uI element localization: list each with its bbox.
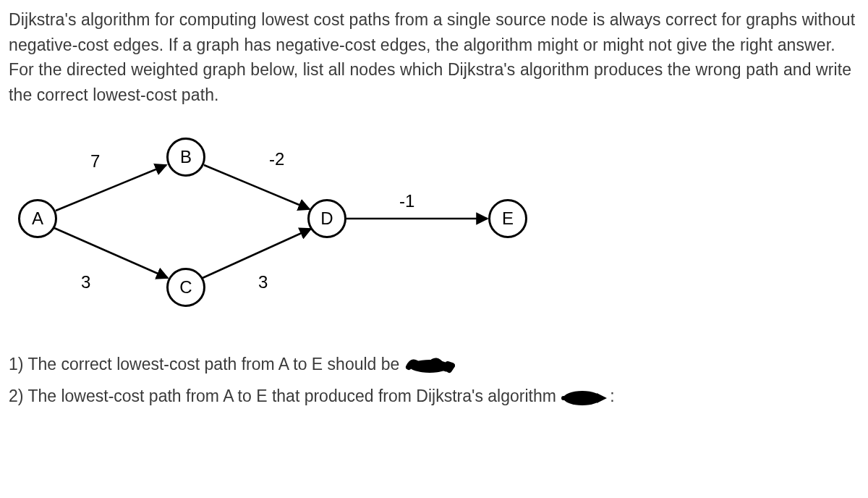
node-c: C [166, 268, 205, 307]
svg-line-0 [56, 165, 166, 211]
svg-point-6 [563, 391, 601, 405]
node-d: D [307, 199, 346, 238]
question-2-text-a: 2) The lowest-cost path from A to E that… [9, 387, 561, 405]
questions-block: 1) The correct lowest-cost path from A t… [9, 349, 859, 412]
weight-ab: 7 [90, 148, 100, 174]
question-1-line: 1) The correct lowest-cost path from A t… [9, 349, 859, 381]
svg-line-3 [203, 229, 311, 278]
svg-point-7 [561, 396, 566, 400]
node-b: B [166, 138, 205, 177]
node-e: E [488, 199, 527, 238]
svg-line-1 [54, 228, 168, 278]
svg-line-2 [204, 165, 310, 209]
node-a: A [18, 199, 57, 238]
graph-diagram: A B C D E 7 3 -2 3 -1 [9, 124, 573, 327]
question-1-text: 1) The correct lowest-cost path from A t… [9, 355, 399, 374]
scribble-icon [561, 387, 610, 408]
weight-bd: -2 [269, 146, 284, 172]
weight-ac: 3 [81, 269, 90, 295]
scribble-icon [404, 355, 455, 376]
weight-de: -1 [399, 188, 414, 214]
question-2-line: 2) The lowest-cost path from A to E that… [9, 381, 859, 413]
question-2-text-b: : [610, 387, 614, 405]
weight-cd: 3 [258, 269, 268, 295]
problem-statement: Dijkstra's algorithm for computing lowes… [9, 7, 859, 107]
svg-point-5 [409, 360, 450, 373]
